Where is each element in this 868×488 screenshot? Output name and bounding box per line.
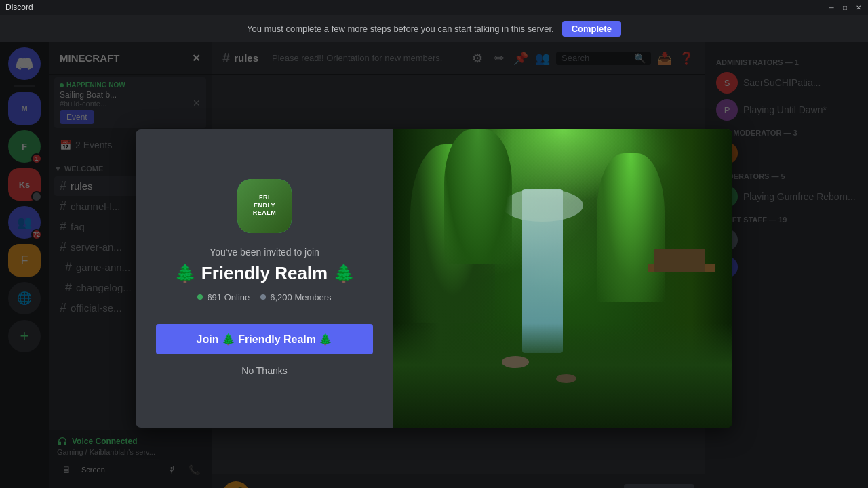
rock-1 [502,356,529,368]
members-dot [260,294,266,300]
online-dot [197,294,203,300]
server-name-text: Friendly Realm [201,263,328,284]
rock-2 [556,374,576,383]
modal-server-icon-inner: FRIendlyREALM [237,179,292,233]
window-controls: ─ □ ✕ [827,3,863,12]
modal-server-icon: FRIendlyREALM [237,179,292,233]
tree-emoji-right: 🌲 [333,263,355,284]
server-icon-text: FRIendlyREALM [253,194,277,218]
modal-overlay: FRIendlyREALM You've been invited to joi… [0,42,868,488]
tree-emoji-left: 🌲 [174,263,196,284]
announcement-text: You must complete a few more steps befor… [247,24,554,34]
invite-modal: FRIendlyREALM You've been invited to joi… [136,129,732,428]
forest-scene [393,129,732,428]
modal-forest-image [393,129,732,428]
join-server-button[interactable]: Join 🌲 Friendly Realm 🌲 [156,324,373,354]
restore-button[interactable]: □ [841,3,849,12]
members-count: 6,200 Members [270,292,331,302]
announcement-bar: You must complete a few more steps befor… [0,15,868,42]
tree-3 [444,129,512,264]
tree-2 [597,153,665,302]
modal-invite-panel: FRIendlyREALM You've been invited to joi… [136,129,393,428]
modal-invited-text: You've been invited to join [210,247,319,258]
no-thanks-button[interactable]: No Thanks [239,363,290,379]
close-button[interactable]: ✕ [854,3,863,12]
online-stat: 691 Online [197,292,250,302]
app-container: M F 1 Ks 👥 72 F 🌐 + MINECRAFT ✕ HAPPENIN… [0,42,868,488]
online-count: 691 Online [207,292,250,302]
modal-stats: 691 Online 6,200 Members [197,292,331,302]
modal-server-name: 🌲 Friendly Realm 🌲 [174,263,355,284]
member-stat: 6,200 Members [260,292,331,302]
bridge-rail [654,249,705,272]
app-title: Discord [5,3,33,12]
announcement-complete-button[interactable]: Complete [562,21,621,37]
minimize-button[interactable]: ─ [827,3,835,12]
titlebar: Discord ─ □ ✕ [0,0,868,15]
